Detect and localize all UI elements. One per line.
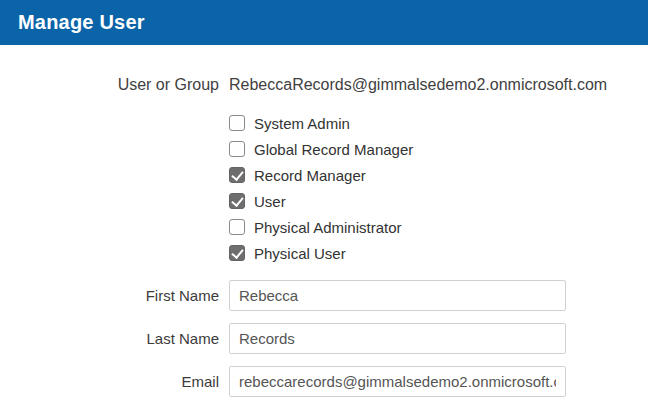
physical-administrator-checkbox[interactable] bbox=[229, 219, 245, 235]
email-row: Email bbox=[0, 366, 648, 397]
role-label-user: User bbox=[254, 193, 286, 210]
first-name-input[interactable] bbox=[229, 280, 566, 311]
page-title: Manage User bbox=[18, 11, 145, 34]
role-row-record-manager[interactable]: Record Manager bbox=[229, 162, 413, 188]
first-name-row: First Name bbox=[0, 280, 648, 311]
global-record-manager-checkbox[interactable] bbox=[229, 141, 245, 157]
user-or-group-label: User or Group bbox=[0, 75, 219, 95]
email-input[interactable] bbox=[229, 366, 566, 397]
role-row-user[interactable]: User bbox=[229, 188, 413, 214]
physical-user-checkbox[interactable] bbox=[229, 245, 245, 261]
system-admin-checkbox[interactable] bbox=[229, 115, 245, 131]
roles-checkbox-group: System Admin Global Record Manager Recor… bbox=[229, 110, 413, 266]
role-label-physical-user: Physical User bbox=[254, 245, 346, 262]
role-row-physical-user[interactable]: Physical User bbox=[229, 240, 413, 266]
last-name-row: Last Name bbox=[0, 323, 648, 354]
user-or-group-row: User or Group RebeccaRecords@gimmalsedem… bbox=[0, 75, 648, 95]
role-row-physical-administrator[interactable]: Physical Administrator bbox=[229, 214, 413, 240]
page-header: Manage User bbox=[0, 0, 648, 45]
user-checkbox[interactable] bbox=[229, 193, 245, 209]
email-label: Email bbox=[0, 373, 219, 390]
last-name-label: Last Name bbox=[0, 330, 219, 347]
last-name-input[interactable] bbox=[229, 323, 566, 354]
manage-user-form: User or Group RebeccaRecords@gimmalsedem… bbox=[0, 45, 648, 397]
role-label-system-admin: System Admin bbox=[254, 115, 350, 132]
record-manager-checkbox[interactable] bbox=[229, 167, 245, 183]
manage-user-page: Manage User User or Group RebeccaRecords… bbox=[0, 0, 648, 397]
role-row-system-admin[interactable]: System Admin bbox=[229, 110, 413, 136]
user-or-group-value: RebeccaRecords@gimmalsedemo2.onmicrosoft… bbox=[229, 75, 607, 95]
role-label-physical-administrator: Physical Administrator bbox=[254, 219, 402, 236]
first-name-label: First Name bbox=[0, 287, 219, 304]
role-label-global-record-manager: Global Record Manager bbox=[254, 141, 413, 158]
role-label-record-manager: Record Manager bbox=[254, 167, 366, 184]
roles-row: System Admin Global Record Manager Recor… bbox=[0, 110, 648, 266]
role-row-global-record-manager[interactable]: Global Record Manager bbox=[229, 136, 413, 162]
roles-label-spacer bbox=[0, 110, 219, 266]
